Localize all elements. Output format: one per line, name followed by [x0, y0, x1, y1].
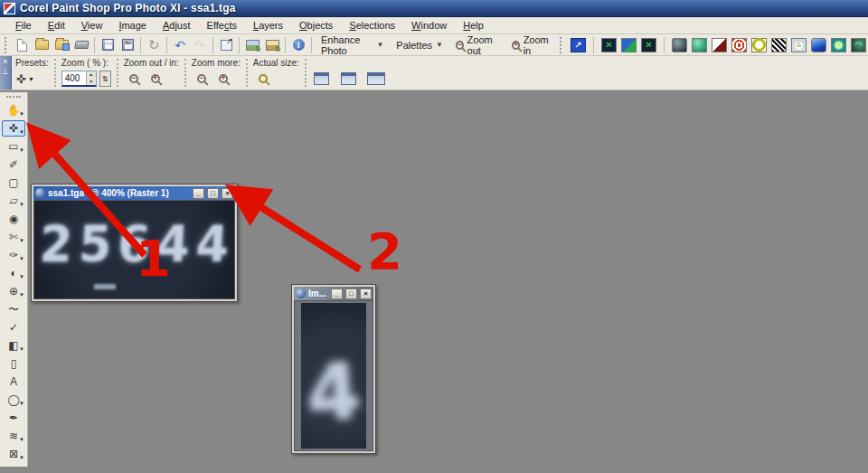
- scan-button[interactable]: [71, 35, 91, 54]
- one-step-photo-fix-button[interactable]: [242, 35, 262, 54]
- scratch-remover-tool[interactable]: 〜: [2, 301, 25, 317]
- flyout-arrow-icon[interactable]: ▼: [19, 111, 24, 117]
- zoom-percent-value[interactable]: 400: [62, 71, 86, 85]
- enhance-photo-button[interactable]: Enhance Photo ▼: [315, 32, 390, 59]
- zoom-percent-spinbox[interactable]: 400 ▲▼: [61, 71, 97, 87]
- menu-window[interactable]: Window: [403, 18, 455, 33]
- menu-edit[interactable]: Edit: [40, 18, 73, 33]
- minimize-icon[interactable]: _: [331, 289, 343, 299]
- image-canvas[interactable]: 25644: [33, 200, 235, 299]
- green-x-icon[interactable]: ✕: [641, 38, 656, 52]
- flyout-arrow-icon[interactable]: ▼: [19, 346, 24, 352]
- yellow-ring-icon[interactable]: [751, 38, 767, 52]
- color-changer-tool[interactable]: ✓: [2, 319, 25, 336]
- save-as-button[interactable]: [118, 35, 137, 54]
- eraser-tool[interactable]: ▯: [2, 355, 25, 372]
- zoom-out-button[interactable]: − Zoom out: [449, 32, 505, 59]
- image-window-title-bar[interactable]: Im... _ □ ×: [294, 287, 373, 300]
- image-canvas[interactable]: 4: [294, 300, 373, 451]
- zoom-in-step-button[interactable]: +: [146, 70, 165, 88]
- text-tool[interactable]: A: [2, 374, 25, 390]
- flyout-arrow-icon[interactable]: ▼: [19, 401, 24, 406]
- zoom-slider-toggle[interactable]: ⇅: [99, 71, 111, 87]
- blue-green-shapes-icon[interactable]: [621, 38, 637, 52]
- lighten-darken-tool[interactable]: ◐▼: [2, 265, 25, 281]
- open-button[interactable]: [32, 35, 52, 54]
- pin-icon[interactable]: ⊥: [2, 67, 9, 76]
- menu-objects[interactable]: Objects: [291, 18, 341, 33]
- flyout-arrow-icon[interactable]: ▼: [19, 274, 24, 279]
- zoom-out-more-button[interactable]: −: [192, 70, 212, 88]
- clone-brush-tool[interactable]: ⊕▼: [2, 283, 25, 299]
- undo-button[interactable]: ↶: [170, 35, 190, 54]
- move-tool[interactable]: ✜▼: [2, 120, 25, 137]
- dropper-tool[interactable]: ✐: [2, 156, 25, 173]
- maximize-icon[interactable]: □: [345, 289, 357, 299]
- browse-button[interactable]: [52, 35, 71, 54]
- pen-tool[interactable]: ✒: [2, 410, 25, 426]
- spinner-arrows[interactable]: ▲▼: [86, 71, 96, 85]
- menu-selections[interactable]: Selections: [341, 18, 403, 33]
- maximize-icon[interactable]: □: [207, 188, 219, 199]
- minimize-icon[interactable]: _: [193, 188, 204, 199]
- paint-brush-tool[interactable]: ✑▼: [2, 247, 25, 263]
- green-burst-icon[interactable]: ✳: [831, 38, 846, 52]
- menu-view[interactable]: View: [73, 18, 111, 33]
- flyout-arrow-icon[interactable]: ▼: [19, 292, 24, 298]
- red-eye-tool[interactable]: ◉: [2, 211, 25, 227]
- palette-grip[interactable]: [6, 96, 21, 98]
- zoom-out-step-button[interactable]: −: [124, 70, 144, 88]
- smart-photo-fix-button[interactable]: [262, 35, 282, 54]
- zoom-in-more-button[interactable]: +: [213, 70, 233, 88]
- fit-image-to-window-button[interactable]: [339, 70, 359, 88]
- flyout-arrow-icon[interactable]: ▼: [19, 238, 24, 243]
- menu-adjust[interactable]: Adjust: [155, 18, 199, 33]
- flyout-arrow-icon[interactable]: ▼: [19, 455, 24, 460]
- crop-tool[interactable]: ▢: [2, 175, 25, 191]
- black-mesh-icon[interactable]: [771, 38, 787, 52]
- image-window-2[interactable]: Im... _ □ × 4: [291, 284, 376, 454]
- close-icon[interactable]: ×: [3, 57, 7, 66]
- menu-help[interactable]: Help: [455, 18, 492, 33]
- full-screen-preview-button[interactable]: [366, 70, 386, 88]
- toolbar-grip[interactable]: [5, 37, 9, 53]
- image-window-ssa1[interactable]: ssa1.tga* @ 400% (Raster 1) _ □ × 25644: [31, 184, 238, 302]
- flyout-arrow-icon[interactable]: ▼: [19, 202, 24, 207]
- flyout-arrow-icon[interactable]: ▼: [19, 437, 24, 442]
- info-button[interactable]: [288, 35, 308, 54]
- palettes-button[interactable]: Palettes ▼: [390, 37, 449, 53]
- warp-brush-tool[interactable]: ≋▼: [2, 428, 25, 444]
- share-button[interactable]: ↻: [144, 35, 164, 54]
- close-icon[interactable]: ×: [360, 289, 372, 299]
- close-icon[interactable]: ×: [222, 188, 233, 199]
- dark-orb-icon[interactable]: [672, 38, 687, 52]
- pick-tool[interactable]: ▱▼: [2, 193, 25, 209]
- flyout-arrow-icon[interactable]: ▼: [19, 256, 24, 261]
- palette-handle[interactable]: × ⊥: [0, 56, 12, 90]
- red-white-diagonal-icon[interactable]: [712, 38, 727, 52]
- new-file-button[interactable]: [12, 35, 32, 54]
- mesh-warp-tool[interactable]: ⊠▼: [2, 446, 25, 462]
- toolbar-grip[interactable]: [560, 37, 564, 53]
- green-x-dark-icon[interactable]: ✕: [601, 38, 617, 52]
- menu-effects[interactable]: Effects: [199, 18, 245, 33]
- blue-gem-icon[interactable]: [811, 38, 826, 52]
- preset-shape-tool[interactable]: ◯▼: [2, 392, 25, 408]
- save-button[interactable]: [98, 35, 118, 54]
- flood-fill-tool[interactable]: ◧▼: [2, 337, 25, 354]
- menu-image[interactable]: Image: [110, 18, 155, 33]
- image-window-title-bar[interactable]: ssa1.tga* @ 400% (Raster 1) _ □ ×: [33, 186, 235, 200]
- flyout-arrow-icon[interactable]: ▼: [19, 147, 24, 153]
- resize-button[interactable]: [216, 35, 236, 54]
- red-spiral-icon[interactable]: [731, 38, 747, 52]
- redo-button[interactable]: ↷: [190, 35, 210, 54]
- dark-swirl-icon[interactable]: ◠: [851, 38, 866, 52]
- actual-size-button[interactable]: [253, 70, 273, 88]
- flyout-arrow-icon[interactable]: ▼: [19, 129, 24, 135]
- presets-button[interactable]: ✜ ▼: [15, 70, 35, 88]
- makeover-tool[interactable]: ✄▼: [2, 229, 25, 245]
- selection-tool[interactable]: ▭▼: [2, 138, 25, 155]
- menu-layers[interactable]: Layers: [245, 18, 291, 33]
- teal-orb-icon[interactable]: [692, 38, 707, 52]
- sparkle-icon[interactable]: ∴: [791, 38, 807, 52]
